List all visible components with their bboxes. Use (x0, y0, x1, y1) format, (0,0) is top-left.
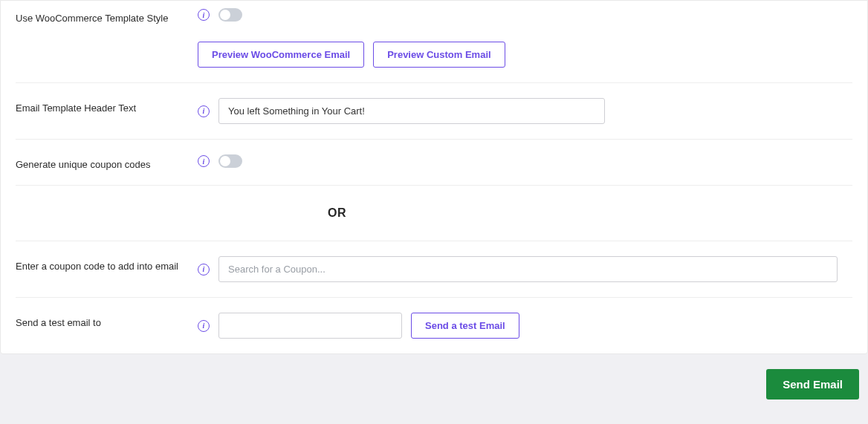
row-unique-coupon: Generate unique coupon codes (16, 140, 852, 186)
label-test-email: Send a test email to (16, 313, 183, 328)
content-woocommerce-style (198, 8, 852, 22)
row-woocommerce-style: Use WooCommerce Template Style (16, 1, 852, 31)
row-preview-buttons: Preview WooCommerce Email Preview Custom… (16, 31, 852, 83)
toggle-unique-coupon[interactable] (218, 154, 242, 168)
row-header-text: Email Template Header Text (16, 83, 852, 140)
send-test-button[interactable]: Send a test Email (411, 313, 519, 339)
footer-actions: Send Email (0, 354, 868, 405)
label-header-text: Email Template Header Text (16, 98, 183, 114)
content-preview-buttons: Preview WooCommerce Email Preview Custom… (198, 42, 852, 68)
info-icon[interactable] (198, 264, 210, 275)
coupon-search-input[interactable] (218, 256, 838, 282)
preview-woocommerce-button[interactable]: Preview WooCommerce Email (198, 42, 364, 68)
info-icon[interactable] (198, 155, 210, 167)
label-woocommerce-style: Use WooCommerce Template Style (16, 8, 183, 24)
info-icon[interactable] (198, 105, 210, 117)
content-header-text (198, 98, 852, 124)
info-icon[interactable] (198, 9, 210, 21)
send-email-button[interactable]: Send Email (766, 369, 859, 399)
or-text: OR (328, 186, 346, 241)
row-test-email: Send a test email to Send a test Email (16, 298, 852, 353)
or-divider-row: OR (16, 186, 852, 241)
test-email-input[interactable] (218, 313, 402, 339)
toggle-woocommerce-style[interactable] (218, 8, 242, 22)
content-unique-coupon (198, 154, 852, 168)
info-icon[interactable] (198, 320, 210, 332)
label-spacer (16, 42, 183, 46)
label-unique-coupon: Generate unique coupon codes (16, 154, 183, 170)
content-test-email: Send a test Email (198, 313, 852, 339)
label-coupon-input: Enter a coupon code to add into email (16, 256, 183, 272)
content-coupon-input (198, 256, 852, 282)
header-text-input[interactable] (218, 98, 605, 124)
settings-panel: Use WooCommerce Template Style Preview W… (0, 0, 868, 354)
preview-custom-button[interactable]: Preview Custom Email (373, 42, 505, 68)
row-coupon-input: Enter a coupon code to add into email (16, 241, 852, 298)
